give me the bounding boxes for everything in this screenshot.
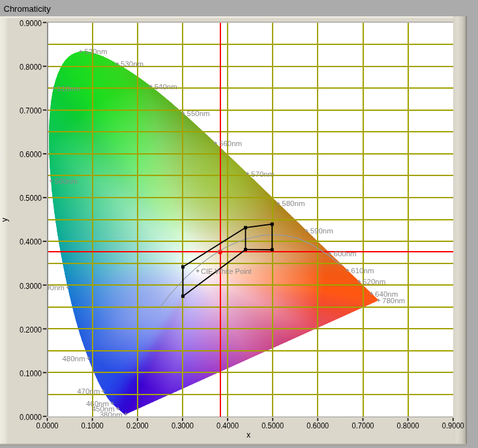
svg-text:0.3000: 0.3000 xyxy=(172,421,194,430)
svg-text:0.6000: 0.6000 xyxy=(20,150,42,159)
svg-text:0.9000: 0.9000 xyxy=(20,19,42,28)
svg-text:Chromaticity: Chromaticity xyxy=(4,4,52,14)
svg-text:480nm: 480nm xyxy=(62,355,85,363)
svg-text:0.2000: 0.2000 xyxy=(127,421,149,430)
svg-text:y: y xyxy=(0,217,9,222)
svg-text:610nm: 610nm xyxy=(351,267,374,275)
svg-text:580nm: 580nm xyxy=(282,200,305,207)
svg-text:570nm: 570nm xyxy=(251,170,274,178)
svg-text:0.9000: 0.9000 xyxy=(442,421,464,430)
svg-text:470nm: 470nm xyxy=(77,387,100,395)
svg-text:780nm: 780nm xyxy=(382,297,405,305)
svg-text:0.6000: 0.6000 xyxy=(306,421,329,430)
svg-text:620nm: 620nm xyxy=(363,278,385,286)
svg-text:0.5000: 0.5000 xyxy=(261,421,284,430)
svg-text:0.8000: 0.8000 xyxy=(20,63,42,72)
svg-text:0.1000: 0.1000 xyxy=(82,421,104,430)
svg-text:0.7000: 0.7000 xyxy=(20,106,42,115)
svg-text:540nm: 540nm xyxy=(155,83,177,91)
svg-text:520nm: 520nm xyxy=(84,48,107,55)
svg-text:0.4000: 0.4000 xyxy=(217,421,239,430)
svg-text:590nm: 590nm xyxy=(310,227,333,235)
svg-text:560nm: 560nm xyxy=(219,140,242,147)
svg-text:CIE White Point: CIE White Point xyxy=(201,267,252,275)
svg-text:510nm: 510nm xyxy=(57,85,80,93)
svg-text:500nm: 500nm xyxy=(55,177,78,185)
svg-text:x: x xyxy=(246,430,251,440)
svg-text:0.2000: 0.2000 xyxy=(20,325,42,335)
svg-text:0.4000: 0.4000 xyxy=(20,237,42,246)
svg-text:530nm: 530nm xyxy=(121,60,143,68)
svg-text:0.1000: 0.1000 xyxy=(20,369,42,378)
svg-text:0.0000: 0.0000 xyxy=(20,413,42,422)
svg-text:0.3000: 0.3000 xyxy=(20,282,42,291)
svg-text:0.5000: 0.5000 xyxy=(20,194,42,203)
svg-text:0.7000: 0.7000 xyxy=(352,421,374,430)
svg-text:0.0000: 0.0000 xyxy=(37,421,59,430)
svg-text:550nm: 550nm xyxy=(187,110,210,117)
svg-text:0.8000: 0.8000 xyxy=(397,421,419,430)
svg-text:600nm: 600nm xyxy=(334,250,357,258)
